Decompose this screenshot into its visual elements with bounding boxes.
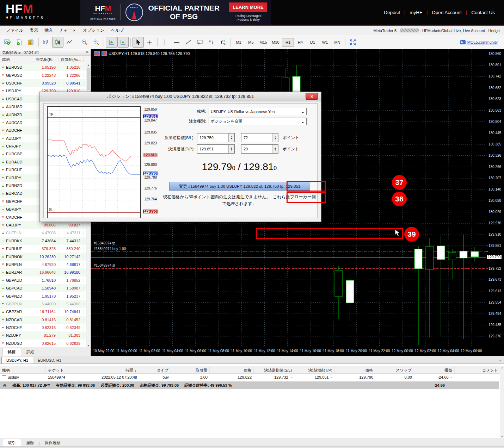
scrollbar-thumb[interactable]	[87, 68, 90, 89]
scroll-up-icon[interactable]: ▲	[500, 366, 504, 369]
chart-tab-eurusd[interactable]: EURUSD, H1	[33, 357, 66, 363]
menu-view[interactable]: 表示	[26, 27, 41, 33]
menu-chart[interactable]: チャート	[56, 27, 80, 33]
timeframe-w1[interactable]: W1	[319, 38, 331, 46]
column-3[interactable]: タイプ	[139, 366, 171, 373]
timeframe-m30[interactable]: M30	[270, 38, 282, 46]
tab-journal[interactable]: 操作履歴	[40, 439, 65, 447]
indicators-icon[interactable]: f	[206, 37, 217, 48]
close-icon[interactable]: ✕	[306, 93, 318, 100]
zoom-out-icon[interactable]	[91, 37, 102, 48]
timeframe-mn[interactable]: MN	[331, 38, 343, 46]
fullscreen-icon[interactable]	[347, 37, 358, 48]
toolbox-scrollbar[interactable]: ▲ ▼	[500, 366, 504, 438]
vertical-line-icon[interactable]	[159, 37, 171, 48]
menu-insert[interactable]: 挿入	[41, 27, 56, 33]
close-icon[interactable]: ×	[451, 376, 453, 379]
watch-row-gbpcad[interactable]: GBPCAD1.589481.58987	[0, 284, 86, 292]
trendline-icon[interactable]	[183, 37, 194, 48]
column-5[interactable]: 価格	[210, 366, 254, 373]
watch-row-gbpaud[interactable]: GBPAUD1.768101.76852	[0, 276, 86, 284]
scroll-up-icon[interactable]: ▲	[86, 64, 91, 66]
watch-row-gbpzar[interactable]: GBPZAR19.7116419.74941	[0, 308, 86, 316]
column-8[interactable]: 価格	[335, 366, 375, 373]
watch-row-eurdkk[interactable]: EURDKK7.436847.44312	[0, 237, 86, 245]
watch-row-usdchf[interactable]: USDCHF0.995200.99541	[0, 79, 86, 87]
column-6[interactable]: 決済逆指値(S/L)	[254, 366, 294, 373]
menu-help[interactable]: ヘルプ	[107, 27, 127, 33]
new-order-icon[interactable]	[14, 37, 25, 48]
autoscroll-icon[interactable]	[106, 37, 117, 48]
watch-row-nzdcad[interactable]: NZDCAD0.814160.81452	[0, 316, 86, 324]
market-watch-header[interactable]: 銘柄 売気配(Bi... 買気配(As...	[0, 56, 91, 64]
candles-chart-icon[interactable]	[52, 37, 63, 48]
watch-row-nzdjpy[interactable]: NZDJPY81.27981.303	[0, 331, 86, 339]
spinner-icon[interactable]: ▲▼	[272, 145, 278, 153]
horizontal-line-icon[interactable]	[171, 37, 182, 48]
sl-price-input[interactable]: 129.750▲▼	[197, 133, 235, 142]
menu-file[interactable]: ファイル	[3, 27, 26, 33]
depth-of-market-icon[interactable]	[102, 51, 107, 56]
nav-contact-us[interactable]: Contact Us	[471, 10, 495, 15]
watch-row-eurpln[interactable]: EURPLN4.679204.68617	[0, 261, 86, 268]
nav-open-account[interactable]: Open Account	[432, 10, 462, 15]
mql5-community-link[interactable]: MQL5.community	[460, 40, 498, 44]
timeframe-h4[interactable]: H4	[294, 38, 306, 46]
tab-trade[interactable]: 取引	[3, 439, 21, 447]
watch-row-nzdchf[interactable]: NZDCHF0.623160.62349	[0, 324, 86, 331]
bars-chart-icon[interactable]	[41, 37, 52, 48]
spinner-icon[interactable]: ▲▼	[228, 133, 234, 142]
chart-tab-usdjpy[interactable]: USDJPY, H1	[1, 357, 33, 363]
column-0[interactable]: 銘柄	[0, 366, 46, 373]
watch-row-nzdusd[interactable]: NZDUSD0.626150.62639	[0, 340, 86, 347]
dialog-title-bar[interactable]: ポジション: #15849974 buy 1.00 USDJPY 129.822…	[40, 92, 321, 101]
watch-row-eurhuf[interactable]: EURHUF379.325380.240	[0, 245, 86, 253]
column-10[interactable]: 損益	[414, 366, 455, 373]
new-chart-icon[interactable]	[2, 37, 13, 48]
symbol-select[interactable]: USDJPY, US Dollar vs Japanese Yen⌄	[209, 108, 307, 115]
sl-points-input[interactable]: 72▲▼	[241, 133, 278, 142]
watch-row-eurusd[interactable]: EURUSD1.051961.05210	[0, 63, 86, 71]
spinner-icon[interactable]: ▲▼	[272, 133, 278, 142]
one-click-trading-icon[interactable]	[94, 51, 100, 56]
timeframe-m5[interactable]: M5	[245, 38, 257, 46]
text-label-icon[interactable]: …	[194, 37, 205, 48]
close-icon[interactable]: ✕	[86, 50, 89, 54]
watch-row-gbppln[interactable]: GBPPLN5.440005.44300	[0, 300, 86, 308]
psg-partner-banner[interactable]: HFM HF MARKETS OFFICIAL PARTNER PARIS OF…	[80, 0, 271, 25]
column-4[interactable]: 取引量	[171, 366, 210, 373]
menu-options[interactable]: オプション	[80, 27, 107, 33]
column-1[interactable]: チケット	[46, 366, 95, 373]
chart-shift-icon[interactable]	[117, 37, 129, 48]
line-chart-icon[interactable]	[64, 37, 75, 48]
tp-price-input[interactable]: 129.851▲▼	[197, 144, 235, 154]
spinner-icon[interactable]: ▲▼	[228, 145, 234, 153]
learn-more-button[interactable]: LEARN MORE	[229, 2, 267, 12]
zoom-in-icon[interactable]	[79, 37, 90, 48]
profiles-icon[interactable]: $	[25, 37, 37, 48]
tab-symbols[interactable]: 銘柄	[2, 348, 21, 356]
timeframe-m1[interactable]: M1	[233, 38, 245, 46]
watch-row-gbpusd[interactable]: GBPUSD1.222481.22266	[0, 71, 86, 79]
scroll-down-icon[interactable]: ▼	[500, 435, 504, 438]
tp-points-input[interactable]: 29▲▼	[241, 144, 278, 154]
close-icon[interactable]: ×	[331, 376, 333, 379]
column-2[interactable]: 時間 ▲	[95, 366, 139, 373]
price-scale[interactable]: 130.860130.801130.742130.682130.623130.5…	[486, 49, 504, 347]
watch-row-chfpln[interactable]: CHFPLN4.470064.47311	[0, 229, 86, 237]
timeframe-d1[interactable]: D1	[307, 38, 319, 46]
collapse-icon[interactable]: ⊖	[3, 383, 7, 388]
positions-table-header[interactable]: 銘柄チケット時間 ▲タイプ取引量価格決済逆指値(S/L)決済指値(T/P)価格ス…	[0, 366, 500, 374]
column-11[interactable]: コメント	[455, 366, 500, 373]
column-9[interactable]: スワップ	[375, 366, 414, 373]
watch-row-eurzar[interactable]: EURZAR16.9664816.99180	[0, 268, 86, 276]
order-type-select[interactable]: ポジションを変更⌄	[209, 118, 307, 125]
nav-myhf[interactable]: myHF	[410, 10, 422, 15]
close-icon[interactable]: ×	[290, 376, 292, 379]
tab-details[interactable]: 詳細	[21, 348, 39, 356]
tab-history[interactable]: 履歴	[21, 439, 39, 447]
timeframe-h1[interactable]: H1	[282, 38, 294, 46]
scroll-down-icon[interactable]: ▼	[86, 344, 91, 347]
nav-deposit[interactable]: Deposit	[384, 10, 400, 15]
position-row[interactable]: usdjpy158499742022.05.12 07:20:48buy1.00…	[0, 374, 500, 381]
